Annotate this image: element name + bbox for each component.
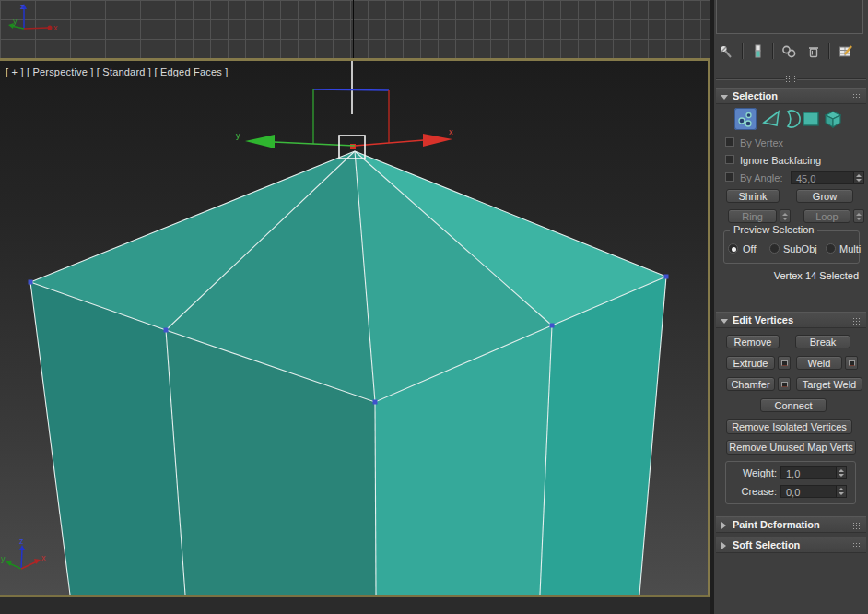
preview-multi-radio[interactable] bbox=[826, 243, 836, 254]
gizmo-y-axis[interactable]: y bbox=[236, 131, 355, 148]
rollout-grip[interactable] bbox=[852, 542, 864, 549]
rollout-title: Edit Vertices bbox=[733, 314, 793, 325]
subobject-edge-button[interactable] bbox=[760, 108, 782, 130]
make-unique-icon[interactable] bbox=[780, 42, 798, 61]
weld-settings-button[interactable] bbox=[845, 356, 858, 370]
remove-unused-map-verts-button[interactable]: Remove Unused Map Verts bbox=[726, 440, 856, 455]
weld-button[interactable]: Weld bbox=[796, 356, 842, 370]
vertex-icon bbox=[734, 108, 757, 130]
by-angle-spinner[interactable] bbox=[853, 172, 863, 183]
editable-poly-object[interactable] bbox=[29, 144, 669, 595]
axis-y-label: y bbox=[1, 554, 6, 563]
axis-z-label: z bbox=[19, 537, 24, 546]
selection-status: Vertex 14 Selected bbox=[774, 270, 859, 281]
show-end-result-icon[interactable] bbox=[748, 42, 767, 61]
axis-x-label: x bbox=[41, 553, 46, 562]
remove-button[interactable]: Remove bbox=[726, 335, 780, 348]
rollout-grip[interactable] bbox=[852, 317, 864, 325]
gizmo-plane-handle-blue[interactable] bbox=[313, 89, 389, 90]
by-angle-field[interactable]: 45,0 bbox=[791, 171, 864, 184]
world-axis-tripod: z y x bbox=[1, 537, 46, 569]
target-weld-button[interactable]: Target Weld bbox=[796, 377, 862, 391]
rollout-selection-header[interactable]: Selection bbox=[716, 88, 866, 104]
extrude-button[interactable]: Extrude bbox=[726, 356, 775, 370]
axis-z-label: z bbox=[20, 2, 25, 11]
shrink-button[interactable]: Shrink bbox=[726, 189, 780, 203]
weight-label: Weight: bbox=[736, 467, 777, 478]
ring-button[interactable]: Ring bbox=[728, 209, 777, 223]
selected-vertex[interactable] bbox=[350, 144, 356, 149]
subobject-element-button[interactable] bbox=[822, 108, 844, 130]
rollout-paint-deformation-header[interactable]: Paint Deformation bbox=[716, 516, 866, 533]
modifier-stack-toolbar bbox=[714, 41, 868, 63]
scene-canvas[interactable]: y x z y x bbox=[0, 61, 708, 595]
remove-isolated-vertices-button[interactable]: Remove Isolated Vertices bbox=[726, 419, 852, 434]
axis-y-label: y bbox=[13, 17, 18, 26]
break-button[interactable]: Break bbox=[795, 335, 850, 348]
element-icon bbox=[822, 108, 844, 130]
preview-subobj-radio[interactable] bbox=[769, 243, 780, 254]
crease-field[interactable]: 0,0 bbox=[780, 485, 847, 498]
preview-off-radio[interactable] bbox=[728, 243, 738, 254]
rollout-soft-selection-header[interactable]: Soft Selection bbox=[716, 537, 866, 553]
gizmo-axis-line-top bbox=[353, 0, 354, 58]
preview-subobj-label: SubObj bbox=[783, 243, 817, 254]
rollout-grip[interactable] bbox=[852, 522, 864, 529]
rollout-open-icon bbox=[721, 95, 728, 100]
world-axis-tripod-top: z y x bbox=[0, 0, 65, 41]
perspective-viewport[interactable]: y x z y x [ + ] bbox=[0, 58, 710, 597]
preview-selection-label: Preview Selection bbox=[730, 224, 817, 235]
subobject-polygon-button[interactable] bbox=[800, 108, 822, 130]
crease-value: 0,0 bbox=[781, 486, 836, 497]
viewport-label-menu[interactable]: [ + ] [ Perspective ] [ Standard ] [ Edg… bbox=[6, 66, 228, 77]
remove-modifier-icon[interactable] bbox=[804, 42, 823, 61]
preview-off-label: Off bbox=[743, 243, 756, 254]
grow-button[interactable]: Grow bbox=[796, 189, 853, 203]
ignore-backfacing-label: Ignore Backfacing bbox=[740, 155, 821, 166]
edge-icon bbox=[760, 108, 782, 130]
pin-stack-icon[interactable] bbox=[717, 42, 735, 61]
gizmo-x-label: x bbox=[449, 127, 453, 136]
rollout-title: Paint Deformation bbox=[733, 519, 820, 530]
settings-dialog-icon bbox=[849, 360, 855, 366]
ring-spinner[interactable] bbox=[780, 209, 791, 223]
divider-grip[interactable] bbox=[785, 75, 797, 82]
loop-spinner[interactable] bbox=[853, 209, 864, 223]
panel-divider[interactable] bbox=[716, 78, 866, 79]
chamfer-button[interactable]: Chamfer bbox=[726, 377, 775, 391]
preview-multi-label: Multi bbox=[839, 243, 861, 254]
rollout-title: Selection bbox=[733, 90, 778, 101]
gizmo-y-label: y bbox=[236, 131, 240, 140]
weight-value: 1,0 bbox=[781, 467, 836, 478]
rollout-closed-icon bbox=[721, 522, 726, 529]
rollout-open-icon bbox=[721, 319, 728, 324]
connect-button[interactable]: Connect bbox=[760, 398, 827, 412]
ignore-backfacing-checkbox[interactable] bbox=[725, 155, 734, 164]
extrude-settings-button[interactable] bbox=[778, 356, 791, 370]
subobject-vertex-button[interactable] bbox=[734, 108, 757, 130]
viewport-bottom-strip bbox=[0, 597, 710, 614]
by-angle-label: By Angle: bbox=[740, 172, 782, 183]
weight-field[interactable]: 1,0 bbox=[780, 466, 847, 479]
by-vertex-label: By Vertex bbox=[740, 137, 783, 148]
settings-dialog-icon bbox=[781, 382, 788, 387]
rollout-closed-icon bbox=[721, 542, 726, 549]
configure-modifier-sets-icon[interactable] bbox=[837, 42, 855, 61]
rollout-grip[interactable] bbox=[852, 93, 864, 100]
crease-label: Crease: bbox=[736, 486, 777, 497]
loop-button[interactable]: Loop bbox=[803, 209, 850, 223]
chamfer-settings-button[interactable] bbox=[778, 377, 791, 391]
modifier-stack-list[interactable] bbox=[716, 0, 863, 34]
viewport-top-strip[interactable]: z y x bbox=[0, 0, 710, 58]
gizmo-x-axis[interactable]: x bbox=[355, 127, 453, 147]
by-angle-value: 45,0 bbox=[792, 172, 853, 183]
by-vertex-checkbox[interactable] bbox=[725, 137, 734, 147]
rollout-edit-vertices-header[interactable]: Edit Vertices bbox=[716, 312, 866, 328]
move-gizmo[interactable]: y x bbox=[236, 61, 453, 159]
weight-spinner[interactable] bbox=[836, 467, 846, 478]
crease-spinner[interactable] bbox=[836, 486, 846, 497]
by-angle-checkbox[interactable] bbox=[725, 172, 734, 182]
rollout-title: Soft Selection bbox=[733, 539, 800, 550]
axis-x-label: x bbox=[53, 23, 58, 32]
command-panel: Selection bbox=[714, 0, 868, 614]
